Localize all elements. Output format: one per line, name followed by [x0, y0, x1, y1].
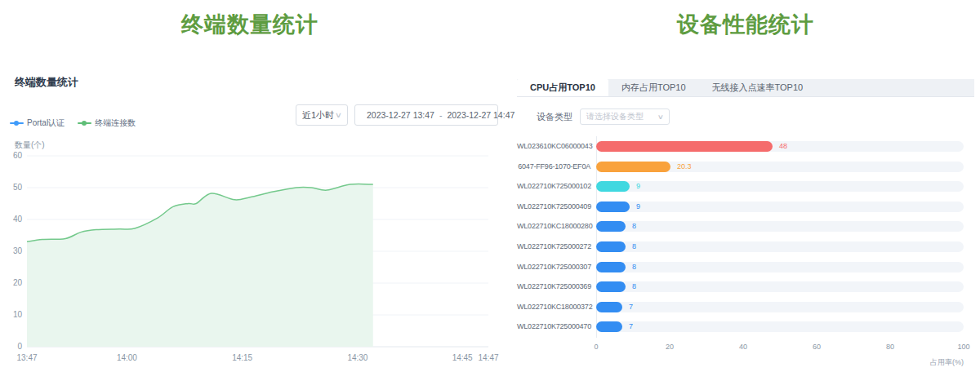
svg-text:60: 60: [13, 151, 23, 160]
bar-value: 9: [636, 197, 640, 217]
bar-track: [596, 162, 964, 172]
bar-fill: [596, 141, 773, 152]
tab-1[interactable]: 内存占用TOP10: [608, 79, 699, 96]
bar-fill: [596, 202, 630, 212]
bar-value: 8: [632, 216, 636, 237]
device-type-select[interactable]: 请选择设备类型 ∨: [580, 108, 670, 125]
svg-text:14:00: 14:00: [117, 353, 137, 362]
bar-category-label: WL022710K725000102: [517, 176, 590, 197]
right-section-title: 设备性能统计: [517, 10, 974, 39]
bar-category-label: WL023610KC06000043: [517, 136, 590, 157]
svg-text:50: 50: [13, 183, 23, 192]
svg-text:14:47: 14:47: [478, 353, 498, 362]
x-tick-label: 80: [886, 343, 894, 351]
bar-track: [596, 202, 964, 212]
tab-0[interactable]: CPU占用TOP10: [517, 79, 608, 96]
date-range-picker[interactable]: 2023-12-27 13:47 - 2023-12-27 14:47: [354, 104, 498, 126]
x-tick-label: 60: [813, 343, 821, 351]
bar-category-label: WL022710K725000307: [517, 257, 590, 277]
bar-row: WL022710K7250003078: [517, 257, 974, 277]
bar-fill: [596, 221, 626, 232]
bar-value: 48: [779, 136, 787, 157]
bar-track: [596, 241, 964, 252]
bar-track: [596, 262, 964, 272]
x-tick-label: 0: [594, 343, 598, 351]
bar-category-label: WL022710K725000409: [517, 197, 590, 217]
bar-row: WL022710KC180002808: [517, 216, 974, 237]
bar-value: 7: [629, 317, 633, 337]
svg-text:14:30: 14:30: [347, 353, 368, 362]
tab-2[interactable]: 无线接入点速率TOP10: [699, 79, 817, 96]
bar-track: [596, 321, 964, 332]
dashboard: 终端数量统计 终端数量统计 近1小时 ∨ 2023-12-27 13:47 - …: [0, 0, 980, 372]
bar-row: WL022710KC180003727: [517, 297, 974, 317]
bar-row: WL022710K7250004099: [517, 197, 974, 217]
chevron-down-icon: ∨: [657, 113, 664, 121]
legend-label: Portal认证: [27, 117, 65, 129]
bar-fill: [596, 321, 622, 332]
line-area-chart: 010203040506013:4714:0014:1514:3014:4514…: [0, 135, 500, 371]
bar-value: 20.3: [677, 157, 692, 177]
date-start: 2023-12-27 13:47: [367, 110, 434, 120]
bar-fill: [596, 181, 630, 192]
bar-track: [596, 181, 964, 192]
bar-category-label: WL022710KC18000372: [517, 297, 590, 317]
top10-tabs: CPU占用TOP10内存占用TOP10无线接入点速率TOP10: [517, 79, 974, 97]
date-separator: -: [439, 110, 443, 120]
bar-row: WL023610KC0600004348: [517, 136, 974, 157]
bar-chart: 020406080100 占用率(%) WL023610KC0600004348…: [517, 136, 974, 372]
bar-row: WL022710K7250001029: [517, 176, 974, 197]
device-type-placeholder: 请选择设备类型: [586, 111, 644, 122]
bar-row: WL022710K7250004707: [517, 317, 974, 337]
x-tick-label: 20: [666, 343, 674, 351]
bar-fill: [596, 302, 622, 312]
legend-label: 终端连接数: [95, 117, 136, 129]
device-type-label: 设备类型: [537, 111, 572, 123]
time-range-value: 近1小时: [302, 109, 334, 122]
bar-x-axis: 020406080100: [517, 343, 974, 352]
bar-category-label: WL022710K725000470: [517, 317, 590, 337]
svg-text:0: 0: [17, 342, 22, 351]
legend-marker-icon: [78, 120, 91, 126]
bar-category-label: WL022710K725000369: [517, 277, 590, 297]
bar-row: WL022710K7250003698: [517, 277, 974, 297]
bar-row: 6047-FF96-1070-EF0A20.3: [517, 157, 974, 177]
svg-text:40: 40: [13, 215, 23, 224]
svg-text:14:15: 14:15: [232, 353, 252, 362]
terminal-count-header: 终端数量统计: [15, 75, 78, 90]
svg-text:14:45: 14:45: [452, 353, 473, 362]
time-controls: 近1小时 ∨ 2023-12-27 13:47 - 2023-12-27 14:…: [296, 104, 498, 126]
bar-category-label: 6047-FF96-1070-EF0A: [517, 157, 590, 177]
legend-item-0[interactable]: Portal认证: [10, 117, 65, 129]
left-section-title: 终端数量统计: [0, 10, 500, 39]
time-range-select[interactable]: 近1小时 ∨: [296, 104, 348, 126]
device-performance-panel: 设备性能统计 CPU占用TOP10内存占用TOP10无线接入点速率TOP10 设…: [517, 0, 974, 372]
bar-fill: [596, 241, 626, 252]
chevron-down-icon: ∨: [335, 111, 342, 119]
x-tick-label: 40: [739, 343, 747, 351]
legend-marker-icon: [10, 120, 24, 126]
bar-row: WL022710K7250002728: [517, 237, 974, 257]
bar-fill: [596, 262, 626, 272]
bar-fill: [596, 162, 670, 172]
x-tick-label: 100: [957, 343, 969, 351]
bar-value: 8: [632, 257, 636, 277]
bar-category-label: WL022710KC18000280: [517, 216, 590, 237]
terminal-count-panel: 终端数量统计 终端数量统计 近1小时 ∨ 2023-12-27 13:47 - …: [0, 0, 500, 372]
svg-text:10: 10: [13, 310, 23, 319]
chart-legend: Portal认证终端连接数: [10, 117, 136, 129]
bar-track: [596, 281, 964, 292]
bar-value: 7: [629, 297, 633, 317]
device-type-row: 设备类型 请选择设备类型 ∨: [537, 108, 670, 125]
bar-value: 8: [632, 277, 636, 297]
bar-value: 9: [636, 176, 640, 197]
bar-fill: [596, 281, 626, 292]
legend-item-1[interactable]: 终端连接数: [78, 117, 136, 129]
svg-text:20: 20: [13, 278, 23, 287]
bar-value: 8: [632, 237, 636, 257]
bar-category-label: WL022710K725000272: [517, 237, 590, 257]
bar-track: [596, 221, 964, 232]
svg-text:13:47: 13:47: [16, 353, 37, 362]
bar-track: [596, 302, 964, 312]
x-axis-name: 占用率(%): [930, 357, 964, 368]
